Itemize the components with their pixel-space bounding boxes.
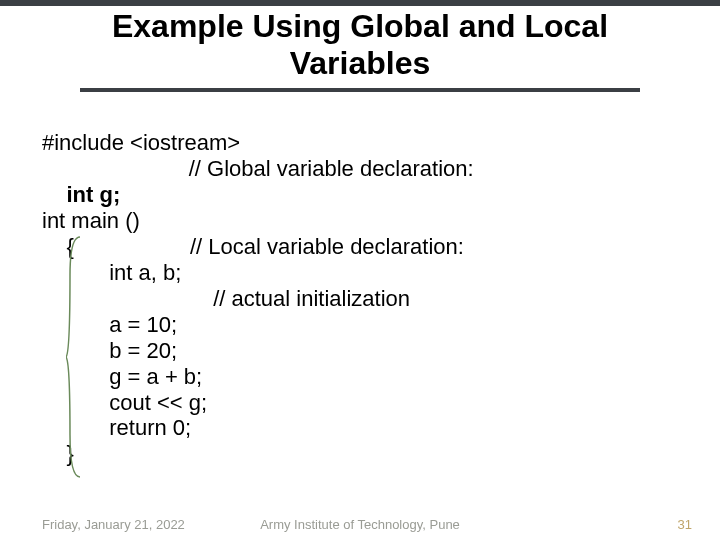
code-bold: int g; — [66, 182, 120, 207]
footer-page: 31 — [678, 517, 692, 532]
code-line: a = 10; — [42, 312, 474, 338]
top-bar — [0, 0, 720, 6]
code-line: int a, b; — [42, 260, 474, 286]
code-line: int main () — [42, 208, 474, 234]
code-line: return 0; — [42, 415, 474, 441]
code-line: b = 20; — [42, 338, 474, 364]
code-line: cout << g; — [42, 390, 474, 416]
code-line: // Global variable declaration: — [42, 156, 474, 182]
code-line: // actual initialization — [42, 286, 474, 312]
title-line-1: Example Using Global and Local — [112, 8, 608, 44]
code-line: int g; — [42, 182, 474, 208]
title-underline — [80, 88, 640, 92]
slide: Example Using Global and Local Variables… — [0, 0, 720, 540]
code-line: #include <iostream> — [42, 130, 474, 156]
footer-center: Army Institute of Technology, Pune — [0, 517, 720, 532]
code-line: } — [42, 441, 474, 467]
code-line: { // Local variable declaration: — [42, 234, 474, 260]
code-line: g = a + b; — [42, 364, 474, 390]
title-line-2: Variables — [290, 45, 431, 81]
code-block: #include <iostream> // Global variable d… — [42, 130, 474, 467]
slide-title: Example Using Global and Local Variables — [0, 8, 720, 82]
brace-icon — [66, 235, 86, 480]
